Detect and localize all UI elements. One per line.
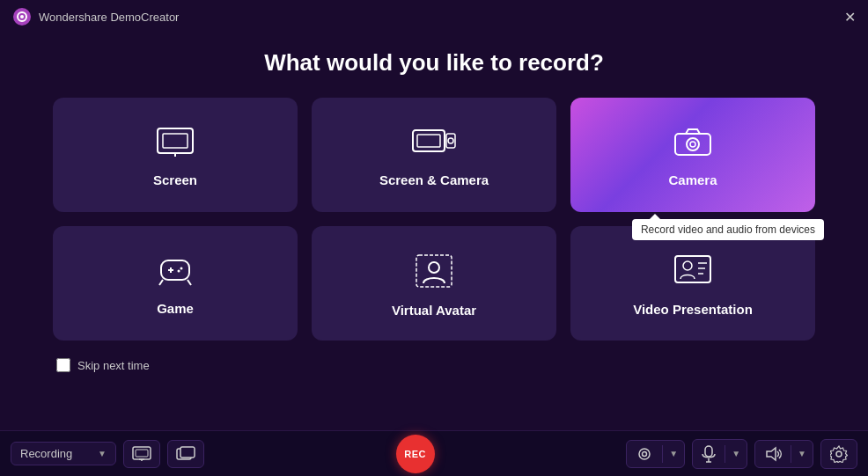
camera-card-label: Camera: [668, 172, 717, 187]
recording-dropdown-label: Recording: [20, 447, 92, 460]
screen-camera-card[interactable]: Screen & Camera: [312, 98, 556, 212]
webcam-group: ▼: [626, 440, 685, 468]
game-card[interactable]: Game: [53, 226, 298, 341]
microphone-button[interactable]: [693, 440, 725, 468]
camera-card[interactable]: Camera Record video and audio from devic…: [570, 98, 815, 212]
svg-point-17: [180, 267, 183, 269]
speaker-chevron-icon[interactable]: ▼: [791, 443, 813, 464]
window-capture-button[interactable]: [167, 440, 204, 468]
toolbar: Recording ▼ REC ▼: [0, 430, 868, 476]
title-bar-left: Wondershare DemoCreator: [12, 7, 179, 26]
speaker-group: ▼: [754, 440, 813, 468]
screen-capture-button[interactable]: [123, 440, 160, 468]
svg-rect-14: [161, 260, 189, 280]
screen-camera-card-label: Screen & Camera: [379, 172, 489, 187]
svg-rect-33: [180, 447, 195, 458]
svg-line-19: [159, 280, 163, 285]
svg-point-24: [683, 261, 692, 270]
webcam-chevron-icon[interactable]: ▼: [663, 443, 684, 464]
settings-button[interactable]: [820, 439, 857, 469]
close-button[interactable]: ✕: [844, 9, 856, 26]
microphone-group: ▼: [692, 439, 747, 469]
recording-dropdown[interactable]: Recording ▼: [11, 442, 116, 465]
svg-marker-39: [767, 448, 776, 460]
screen-card[interactable]: Screen: [53, 98, 298, 212]
skip-label[interactable]: Skip next time: [77, 359, 150, 372]
camera-icon: [673, 127, 712, 164]
virtual-avatar-card-label: Virtual Avatar: [392, 303, 476, 318]
svg-point-18: [178, 269, 180, 272]
svg-rect-29: [136, 450, 148, 457]
screen-card-label: Screen: [153, 172, 197, 187]
svg-line-20: [188, 280, 191, 285]
svg-point-12: [687, 138, 699, 150]
svg-point-2: [20, 15, 24, 18]
rec-button[interactable]: REC: [396, 435, 435, 473]
svg-point-10: [448, 138, 453, 143]
page-title: What would you like to record?: [53, 49, 815, 77]
virtual-avatar-card[interactable]: Virtual Avatar: [312, 226, 556, 341]
game-icon: [154, 255, 196, 292]
screen-camera-icon: [411, 127, 457, 164]
video-presentation-card-label: Video Presentation: [633, 302, 753, 317]
virtual-avatar-icon: [415, 253, 453, 294]
svg-rect-11: [675, 134, 710, 155]
svg-rect-21: [416, 255, 452, 287]
dropdown-chevron-icon: ▼: [98, 449, 107, 458]
title-bar: Wondershare DemoCreator ✕: [0, 0, 868, 33]
app-logo-icon: [12, 7, 32, 26]
webcam-button[interactable]: [627, 441, 662, 467]
svg-rect-36: [705, 446, 712, 457]
svg-point-22: [429, 262, 439, 273]
video-presentation-icon: [673, 254, 712, 293]
svg-point-34: [639, 449, 650, 459]
svg-point-35: [643, 451, 647, 456]
skip-checkbox[interactable]: [56, 358, 70, 372]
app-title: Wondershare DemoCreator: [39, 11, 179, 24]
video-presentation-card[interactable]: Video Presentation: [570, 226, 815, 341]
game-card-label: Game: [157, 301, 194, 316]
svg-point-13: [690, 142, 695, 147]
microphone-chevron-icon[interactable]: ▼: [725, 443, 747, 464]
main-content: What would you like to record? Screen: [0, 49, 868, 372]
svg-rect-8: [417, 135, 440, 147]
svg-rect-4: [163, 134, 188, 148]
skip-row: Skip next time: [56, 358, 815, 372]
svg-point-40: [836, 451, 842, 457]
card-grid: Screen Screen & Camera: [53, 98, 815, 341]
screen-icon: [156, 127, 195, 164]
speaker-button[interactable]: [755, 441, 791, 467]
